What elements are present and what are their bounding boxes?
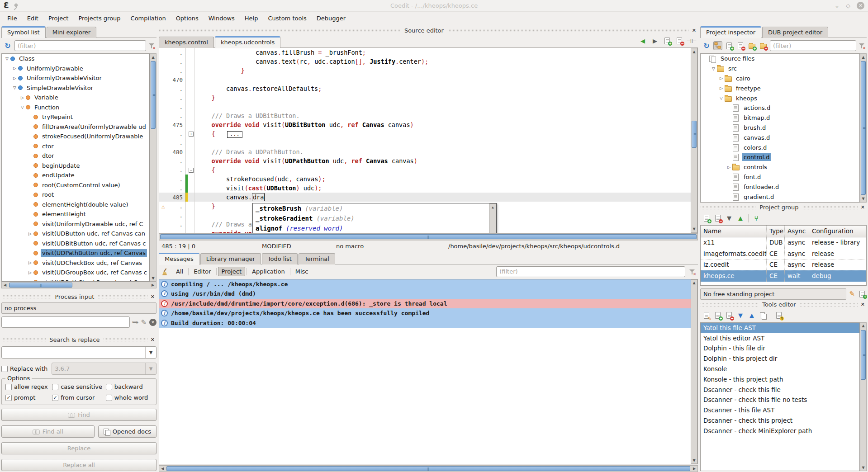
async-mode-icon[interactable]: ⑂ [752,214,761,223]
close-document-icon[interactable]: − [675,36,684,45]
checkbox-whole-word[interactable] [106,395,112,401]
symbol-tree-item[interactable]: ▽SimpleDrawableVisitor [2,83,149,93]
remove-folder-icon[interactable]: − [759,41,768,50]
menu-windows[interactable]: Windows [204,13,239,24]
line-number[interactable]: . [167,102,185,111]
symbol-filter-input[interactable] [14,40,146,51]
filter-application[interactable]: Application [248,267,289,276]
symbol-tree-item[interactable]: root(CustomControl value) [2,180,149,190]
file-tree-item[interactable]: ▽src [701,64,859,74]
replace-with-checkbox[interactable] [1,366,8,372]
file-tree-item[interactable]: font.d [701,172,859,182]
completion-item[interactable]: _strokeBrush(variable) [253,203,489,213]
code-line[interactable]: 480 /// Draws a UDPathButton. [159,147,691,156]
symbol-tree-item[interactable]: elementHeight [2,209,149,219]
add-project-icon[interactable]: + [702,214,711,223]
scroll-up-icon[interactable]: ▲ [691,48,697,55]
editor-hscrollbar[interactable] [159,233,698,240]
tool-item[interactable]: Dolphin - this project dir [701,354,859,364]
add-tool-icon[interactable]: + [713,311,722,320]
remove-project-icon[interactable]: − [713,214,722,223]
clear-messages-icon[interactable] [161,268,169,275]
tab-symbol-list[interactable]: Symbol list [1,26,46,38]
expander-icon[interactable]: ▷ [718,86,725,90]
tool-item[interactable]: Dscanner - check MiniExplorer path [701,425,859,436]
refresh-icon[interactable]: ↻ [3,41,12,50]
message-row[interactable]: iBuild duration: 00:00:04 [159,318,691,328]
code-line[interactable]: .+ { ... [159,129,691,138]
tab-library-manager[interactable]: Library manager [200,253,261,264]
tree-structure-icon[interactable] [713,41,722,50]
clear-filter-icon[interactable] [859,42,865,49]
expander-icon[interactable]: ▽ [710,66,717,71]
find-all-button[interactable]: Find all [1,425,95,438]
move-tool-down-icon[interactable]: ▼ [736,311,745,320]
tool-item[interactable]: Konsole - this project path [701,374,859,384]
completion-item[interactable]: alignof(reserved word) [253,223,489,233]
project-row[interactable]: x11DUBasyncrelease - library [701,237,866,249]
tool-item[interactable]: Dscanner - check this file [701,384,859,395]
edit-tool-icon[interactable]: ✎ [702,311,711,320]
search-input[interactable] [2,349,145,356]
menu-help[interactable]: Help [240,13,263,24]
menu-project[interactable]: Project [44,13,73,24]
file-tree-item[interactable]: gradient.d [701,192,859,202]
fold-marker[interactable]: + [188,129,195,138]
message-row[interactable]: i/home/basile/dev/projects/kheops/kheops… [159,308,691,318]
maximize-icon[interactable]: ◇ [846,3,850,9]
symbol-tree-item[interactable]: ▷Variable [2,93,149,103]
expander-icon[interactable]: ▷ [27,231,33,236]
symbol-tree-item[interactable]: visit(UDPathButton udc, ref Canvas [2,248,149,258]
new-free-standing-icon[interactable]: + [858,289,867,298]
line-number[interactable]: . [167,211,185,220]
filter-editor[interactable]: Editor [190,267,214,276]
clear-filter-icon[interactable] [148,42,155,49]
file-tree-item[interactable]: bitmap.d [701,113,859,123]
scroll-left-icon[interactable]: ◀ [2,282,8,288]
symbol-tree-item[interactable]: beginUpdate [2,161,149,171]
clone-tool-icon[interactable] [759,311,768,320]
file-tree-item[interactable]: control.d [701,152,859,162]
file-tree-item[interactable]: ▽kheops [701,93,859,103]
add-file-icon[interactable]: + [725,41,734,50]
symbol-tree-item[interactable]: endUpdate [2,170,149,180]
symbol-tree-item[interactable]: strokeFocused(UniformlyDrawable [2,132,149,142]
search-combo[interactable]: ▼ [1,346,157,359]
checkbox-case-sensitive[interactable] [52,384,58,390]
line-number[interactable]: 470 [167,75,185,84]
line-number[interactable]: . [167,111,185,120]
editor-vscrollbar[interactable]: ▲ ▼ [691,48,697,233]
chevron-down-icon[interactable]: ▼ [145,347,156,358]
file-tree-item[interactable]: colors.d [701,142,859,152]
line-number[interactable]: . [167,48,185,57]
file-tree-item[interactable]: fontloader.d [701,182,859,192]
expander-icon[interactable]: ▷ [718,76,725,80]
opened-docs-button[interactable]: Opened docs [98,425,157,438]
code-line[interactable]: . [159,138,691,147]
tab-mini-explorer[interactable]: Mini explorer [47,27,97,38]
next-editor-icon[interactable]: ▶ [650,36,659,45]
symbol-tree-item[interactable]: visit(UniformlyDrawable udc, ref C [2,219,149,229]
filter-all[interactable]: All [172,267,187,276]
popup-vscrollbar[interactable]: ▲ ▼ [489,203,496,233]
replace-all-button[interactable]: Replace all [1,459,157,471]
scroll-up-icon[interactable]: ▲ [691,280,697,286]
send-input-icon[interactable]: ➥ [132,318,139,326]
code-line[interactable]: .− { [159,165,691,175]
file-tree-item[interactable]: canvas.d [701,132,859,142]
file-tree-item[interactable]: actions.d [701,103,859,113]
line-number[interactable]: . [167,184,185,193]
tools-vscrollbar[interactable]: ▲ ▼ [860,322,867,472]
fold-marker[interactable]: − [188,165,195,175]
tab-messages[interactable]: Messages [159,253,199,264]
checkbox-backward[interactable] [106,384,112,390]
scroll-right-icon[interactable]: ▶ [691,466,697,472]
file-tree-item[interactable]: brush.d [701,123,859,133]
expander-icon[interactable]: ▷ [27,260,33,265]
expander-icon[interactable]: ▷ [27,270,33,275]
tool-item[interactable]: Dolphin - this file dir [701,343,859,354]
symbol-tree-vscrollbar[interactable]: ▲ ▼ [150,53,157,282]
close-window-icon[interactable]: ✕ [857,2,864,9]
tab-kheops-control[interactable]: kheops.control [159,37,214,48]
fold-ellipsis[interactable]: ... [227,131,242,138]
